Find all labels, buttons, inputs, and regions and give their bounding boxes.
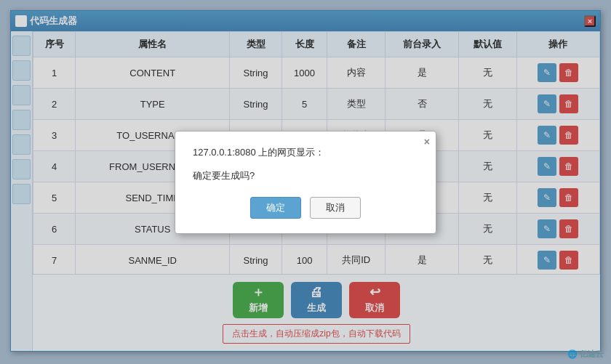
dialog-overlay: × 127.0.0.1:8080 上的网页显示： 确定要生成吗? 确定 取消 [0, 0, 611, 364]
dialog-buttons: 确定 取消 [193, 197, 418, 219]
dialog-confirm-button[interactable]: 确定 [250, 197, 301, 219]
dialog-cancel-button[interactable]: 取消 [310, 197, 361, 219]
dialog-message: 确定要生成吗? [193, 169, 418, 182]
dialog-title: 127.0.0.1:8080 上的网页显示： [193, 146, 418, 159]
dialog: × 127.0.0.1:8080 上的网页显示： 确定要生成吗? 确定 取消 [175, 131, 436, 234]
dialog-close-button[interactable]: × [424, 136, 430, 147]
